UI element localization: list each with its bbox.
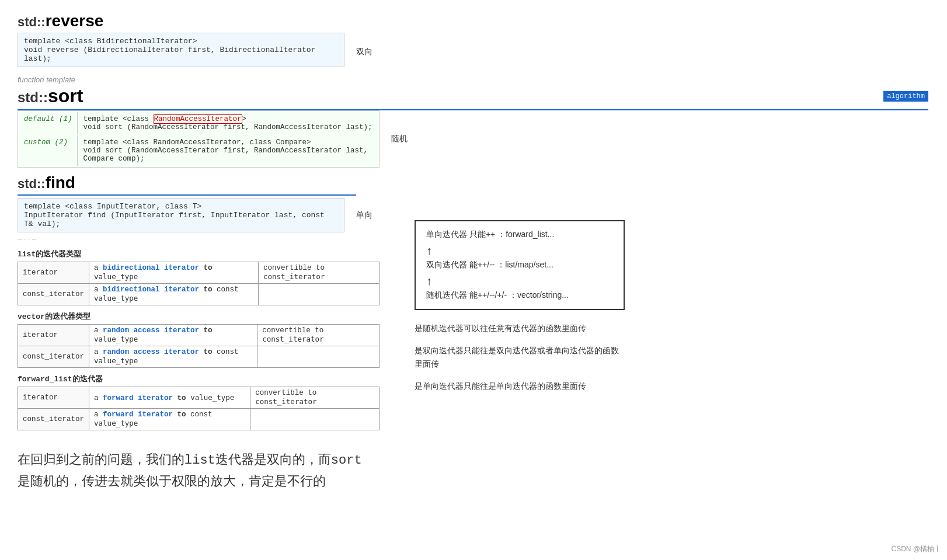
to-v-1: to — [204, 326, 213, 335]
fwdlist-iter-col1-1: iterator — [18, 387, 89, 409]
list-iter-row-2: const_iterator a bidirectional iterator … — [18, 284, 380, 305]
to-v-2: to — [204, 348, 213, 356]
ellipsis: -- · · -- — [18, 235, 403, 243]
reverse-code-line2: void reverse (BidirectionalIterator firs… — [24, 46, 338, 63]
sort-custom-row: custom (2) template <class RandomAccessI… — [19, 135, 378, 166]
iter-row-1-text: 单向迭代器 只能++ ：forward_list... — [426, 229, 613, 240]
iter-arrow-2: ↑ — [426, 275, 613, 287]
sort-name: sort — [48, 85, 83, 106]
fwdlist-iterators-label: forward_list的迭代器 — [18, 374, 403, 384]
side-note-3: 是单向迭代器只能往是单向迭代器的函数里面传 — [415, 380, 625, 392]
reverse-name: reverse — [46, 12, 104, 30]
find-ns: std:: — [18, 176, 46, 191]
sort-code-wrapper: default (1) template <class RandomAccess… — [18, 110, 928, 168]
reverse-title: std::reverse — [18, 12, 928, 30]
to-label-2: to — [204, 286, 213, 294]
reverse-code-box: template <class BidirectionalIterator> v… — [18, 33, 344, 67]
fwdlist-iter-col2-2: a forward iterator to const value_type — [89, 409, 250, 430]
list-iter-col2-2: a bidirectional iterator to const value_… — [89, 284, 259, 305]
reverse-code-wrapper: template <class BidirectionalIterator> v… — [18, 33, 928, 71]
unidirectional-label: 单向 — [356, 210, 372, 221]
find-left-col: std::find template <class InputIterator,… — [18, 173, 403, 435]
v-value-type-1: value_type — [94, 335, 138, 343]
vector-iter-col3-2 — [257, 346, 380, 368]
fwdlist-iter-col3-2 — [250, 409, 380, 430]
find-code-wrapper: template <class InputIterator, class T> … — [18, 198, 403, 232]
bottom-sort-mono: sort — [331, 453, 362, 468]
reverse-code-line1: template <class BidirectionalIterator> — [24, 37, 338, 46]
sort-code-table: default (1) template <class RandomAccess… — [18, 110, 380, 168]
bottom-line1-post: 迭代器是双向的，而 — [215, 452, 331, 467]
vector-iter-col1-1: iterator — [18, 325, 89, 346]
vector-iter-col2-1: a random access iterator to value_type — [89, 325, 257, 346]
fwdlist-iter-col3-1: convertible to const_iterator — [250, 387, 380, 409]
main-content: std::reverse template <class Bidirection… — [18, 12, 928, 491]
bottom-list-mono: list — [184, 453, 215, 468]
random-access-highlighted: RandomAccessIterator — [154, 114, 242, 124]
random-access-link-2: random access iterator — [103, 348, 199, 356]
sort-default-row: default (1) template <class RandomAccess… — [19, 112, 378, 134]
sort-ns: std:: — [18, 89, 48, 105]
list-iter-row-1: iterator a bidirectional iterator to val… — [18, 262, 380, 284]
find-title: std::find — [18, 173, 356, 196]
sort-default-line2: void sort (RandomAccessIterator first, R… — [83, 123, 373, 131]
right-col: 单向迭代器 只能++ ：forward_list... ↑ 双向迭代器 能++/… — [403, 173, 928, 435]
sort-default-line1: template <class RandomAccessIterator> — [83, 115, 373, 123]
vector-iter-col1-2: const_iterator — [18, 346, 89, 368]
bottom-text: 在回归到之前的问题，我们的list迭代器是双向的，而sort 是随机的，传进去就… — [18, 449, 928, 491]
f-const-iter-1: const_iterator — [255, 397, 316, 406]
v-value-type-2: value_type — [94, 356, 138, 365]
find-code-line2: InputIterator find (InputIterator first,… — [24, 211, 338, 228]
sort-custom-line2: void sort (RandomAccessIterator first, R… — [83, 147, 373, 163]
value-type-2: value_type — [94, 294, 138, 302]
function-template-label: function template — [18, 75, 928, 84]
sort-title: std::sort — [18, 85, 83, 107]
iterator-type-box: 单向迭代器 只能++ ：forward_list... ↑ 双向迭代器 能++/… — [415, 220, 625, 310]
iter-row-3: 随机迭代器 能++/--/+/- ：vector/string... — [426, 290, 613, 301]
bidirectional-link-2: bidirectional iterator — [103, 286, 199, 294]
const-iter-1: const_iterator — [263, 272, 325, 281]
side-note-2: 是双向迭代器只能往是双向迭代器或者单向迭代器的函数里面传 — [415, 344, 625, 370]
list-iterators-table: iterator a bidirectional iterator to val… — [18, 262, 380, 305]
find-and-notes-section: std::find template <class InputIterator,… — [18, 173, 928, 435]
vector-iter-col2-2: a random access iterator to const value_… — [89, 346, 257, 368]
vector-iter-row-1: iterator a random access iterator to val… — [18, 325, 380, 346]
to-f-1: to — [177, 394, 186, 402]
iter-row-2: 双向迭代器 能++/-- ：list/map/set... — [426, 260, 613, 270]
fwdlist-iter-col2-1: a forward iterator to value_type — [89, 387, 250, 409]
list-iter-col3-2 — [258, 284, 379, 305]
fwdlist-iter-row-1: iterator a forward iterator to value_typ… — [18, 387, 380, 409]
sort-header: std::sort algorithm — [18, 85, 928, 110]
value-type-1: value_type — [94, 272, 138, 281]
sort-section: std::sort algorithm default (1) template… — [18, 85, 928, 168]
sort-default-label: default (1) — [19, 112, 78, 134]
random-label: 随机 — [391, 134, 408, 144]
to-f-2: to — [177, 411, 186, 419]
iter-arrow-1: ↑ — [426, 245, 613, 256]
vector-iter-row-2: const_iterator a random access iterator … — [18, 346, 380, 368]
to-label-1: to — [204, 264, 213, 272]
fwdlist-iterators-section: forward_list的迭代器 iterator a forward iter… — [18, 374, 403, 430]
algorithm-tag: algorithm — [883, 91, 928, 102]
f-value-type-2: value_type — [94, 419, 138, 427]
find-code-box: template <class InputIterator, class T> … — [18, 198, 344, 232]
list-iter-col3-1: convertible to const_iterator — [258, 262, 379, 284]
bottom-line1-pre: 在回归到之前的问题，我们的 — [18, 452, 184, 467]
list-iter-col1-2: const_iterator — [18, 284, 89, 305]
sort-custom-code: template <class RandomAccessIterator, cl… — [79, 135, 378, 166]
bottom-line2: 是随机的，传进去就类似于权限的放大，肯定是不行的 — [18, 474, 326, 488]
vector-iterators-table: iterator a random access iterator to val… — [18, 324, 380, 368]
reverse-section: std::reverse template <class Bidirection… — [18, 12, 928, 71]
vector-iter-col3-1: convertible to const_iterator — [257, 325, 380, 346]
iter-row-1: 单向迭代器 只能++ ：forward_list... — [426, 229, 613, 240]
find-code-line1: template <class InputIterator, class T> — [24, 202, 338, 211]
fwdlist-iter-row-2: const_iterator a forward iterator to con… — [18, 409, 380, 430]
fwdlist-iterators-table: iterator a forward iterator to value_typ… — [18, 387, 380, 430]
bidirectional-link-1: bidirectional iterator — [103, 264, 199, 272]
sort-custom-line1: template <class RandomAccessIterator, cl… — [83, 138, 373, 147]
side-note-1: 是随机迭代器可以往任意有迭代器的函数里面传 — [415, 322, 625, 335]
v-const-iter-1: const_iterator — [262, 335, 323, 343]
f-value-type-1: value_type — [190, 393, 234, 402]
forward-link-2: forward iterator — [103, 411, 173, 419]
sort-custom-label: custom (2) — [19, 135, 78, 166]
